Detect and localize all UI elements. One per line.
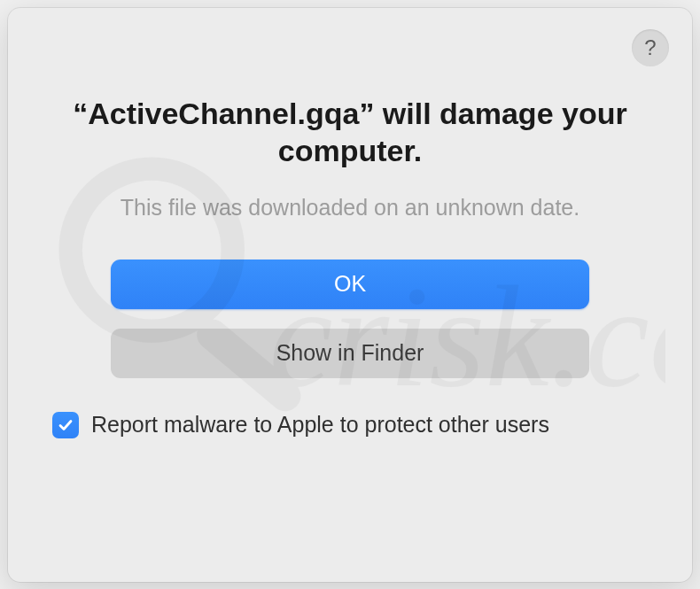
title-quote-open: “ — [73, 97, 88, 130]
show-in-finder-button[interactable]: Show in Finder — [111, 329, 589, 378]
report-malware-checkbox[interactable] — [52, 412, 79, 438]
title-filename: ActiveChannel.gqa — [88, 97, 359, 130]
dialog-subtitle: This file was downloaded on an unknown d… — [121, 195, 579, 221]
help-icon: ? — [644, 35, 656, 60]
report-malware-row: Report malware to Apple to protect other… — [52, 412, 549, 438]
report-malware-label: Report malware to Apple to protect other… — [91, 412, 549, 438]
ok-button[interactable]: OK — [111, 260, 589, 309]
dialog-title: “ActiveChannel.gqa” will damage your com… — [66, 95, 634, 170]
help-button[interactable]: ? — [632, 29, 669, 66]
button-stack: OK Show in Finder — [111, 260, 589, 378]
checkmark-icon — [57, 416, 74, 434]
alert-dialog: crisk.com ? “ActiveChannel.gqa” will dam… — [8, 8, 692, 582]
